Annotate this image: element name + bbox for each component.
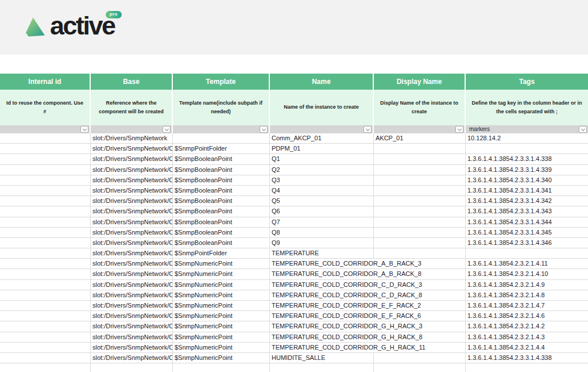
- cell-base[interactable]: slot:/Drivers/SnmpNetwork/C: [91, 259, 173, 269]
- cell-internal-id[interactable]: [0, 311, 91, 321]
- cell-display-name[interactable]: [374, 353, 466, 363]
- cell-tags[interactable]: 1.3.6.1.4.1.3854.2.3.2.1.4.11: [466, 259, 588, 269]
- filter-dropdown-button-tags[interactable]: [579, 126, 587, 133]
- cell-name[interactable]: Q3: [270, 175, 374, 185]
- cell-name[interactable]: TEMPERATURE_COLD_CORRIDOR_E_F_RACK_6: [270, 311, 466, 321]
- cell-display-name[interactable]: [374, 363, 466, 372]
- filter-dropdown-button-name[interactable]: [363, 126, 372, 133]
- cell-base[interactable]: slot:/Drivers/SnmpNetwork/C: [91, 196, 173, 206]
- column-header-display-name[interactable]: Display Name: [374, 74, 466, 90]
- cell-base[interactable]: slot:/Drivers/SnmpNetwork/C: [91, 332, 173, 342]
- cell-tags[interactable]: 1.3.6.1.4.1.3854.2.3.2.1.4.10: [466, 269, 588, 279]
- cell-base[interactable]: slot:/Drivers/SnmpNetwork/C: [91, 321, 173, 331]
- cell-tags[interactable]: 1.3.6.1.4.1.3854.2.3.3.1.4.343: [466, 206, 588, 216]
- cell-internal-id[interactable]: [0, 217, 91, 227]
- cell-name[interactable]: Q7: [270, 217, 374, 227]
- cell-tags[interactable]: 1.3.6.1.4.1.3854.2.3.2.1.4.7: [466, 301, 588, 310]
- cell-internal-id[interactable]: [0, 196, 91, 206]
- cell-internal-id[interactable]: [0, 175, 91, 185]
- filter-dropdown-button-base[interactable]: [163, 126, 171, 133]
- cell-base[interactable]: slot:/Drivers/SnmpNetwork/C: [91, 175, 173, 185]
- cell-template[interactable]: $SnmpNumericPoint: [173, 332, 270, 342]
- cell-base[interactable]: slot:/Drivers/SnmpNetwork/C: [91, 311, 173, 321]
- cell-tags[interactable]: 1.3.6.1.4.1.3854.2.3.3.1.4.345: [466, 228, 588, 237]
- column-header-template[interactable]: Template: [173, 74, 270, 90]
- cell-base[interactable]: slot:/Drivers/SnmpNetwork/C: [91, 217, 173, 227]
- cell-internal-id[interactable]: [0, 353, 91, 363]
- cell-display-name[interactable]: AKCP_01: [374, 133, 466, 143]
- cell-display-name[interactable]: [374, 217, 466, 227]
- cell-internal-id[interactable]: [0, 343, 91, 352]
- filter-dropdown-button-display-name[interactable]: [455, 126, 463, 133]
- cell-display-name[interactable]: [374, 248, 466, 258]
- cell-internal-id[interactable]: [0, 186, 91, 195]
- cell-name[interactable]: TEMPERATURE_COLD_CORRIDOR_E_F_RACK_2: [270, 301, 466, 310]
- cell-base[interactable]: slot:/Drivers/SnmpNetwork/C: [91, 186, 173, 195]
- cell-base[interactable]: slot:/Drivers/SnmpNetwork/C: [91, 269, 173, 279]
- cell-template[interactable]: $SnmpNumericPoint: [173, 353, 270, 363]
- cell-internal-id[interactable]: [0, 165, 91, 175]
- cell-tags[interactable]: 1.3.6.1.4.1.3854.2.3.2.1.4.6: [466, 311, 588, 321]
- cell-internal-id[interactable]: [0, 228, 91, 237]
- cell-tags[interactable]: 1.3.6.1.4.1.3854.2.3.2.1.4.8: [466, 290, 588, 300]
- cell-template[interactable]: $SnmpNumericPoint: [173, 259, 270, 269]
- cell-name[interactable]: TEMPERATURE_COLD_CORRIDOR_G_H_RACK_8: [270, 332, 466, 342]
- cell-name[interactable]: Q6: [270, 206, 374, 216]
- cell-name[interactable]: Q8: [270, 228, 374, 237]
- cell-base[interactable]: slot:/Drivers/SnmpNetwork/C: [91, 206, 173, 216]
- cell-template[interactable]: $SnmpBooleanPoint: [173, 228, 270, 237]
- cell-name[interactable]: Q9: [270, 238, 374, 248]
- cell-name[interactable]: TEMPERATURE: [270, 248, 374, 258]
- cell-tags[interactable]: [466, 363, 588, 372]
- cell-tags[interactable]: 1.3.6.1.4.1.3854.2.3.3.1.4.338: [466, 353, 588, 363]
- cell-name[interactable]: Q4: [270, 186, 374, 195]
- cell-tags[interactable]: 1.3.6.1.4.1.3854.2.3.2.1.4.3: [466, 332, 588, 342]
- cell-template[interactable]: $SnmpNumericPoint: [173, 321, 270, 331]
- cell-tags[interactable]: [466, 248, 588, 258]
- cell-template[interactable]: $SnmpBooleanPoint: [173, 154, 270, 164]
- cell-display-name[interactable]: [374, 196, 466, 206]
- cell-display-name[interactable]: [374, 144, 466, 154]
- cell-name[interactable]: Comm_AKCP_01: [270, 133, 374, 143]
- cell-tags[interactable]: 1.3.6.1.4.1.3854.2.3.3.1.4.340: [466, 175, 588, 185]
- cell-internal-id[interactable]: [0, 332, 91, 342]
- cell-name[interactable]: TEMPERATURE_COLD_CORRIDOR_C_D_RACK_3: [270, 280, 466, 290]
- cell-internal-id[interactable]: [0, 238, 91, 248]
- cell-template[interactable]: $SnmpBooleanPoint: [173, 238, 270, 248]
- cell-tags[interactable]: 10.128.14.2: [466, 133, 588, 143]
- cell-internal-id[interactable]: [0, 363, 91, 372]
- cell-base[interactable]: slot:/Drivers/SnmpNetwork/C: [91, 301, 173, 310]
- cell-tags[interactable]: [466, 144, 588, 154]
- column-header-tags[interactable]: Tags: [466, 74, 588, 90]
- cell-internal-id[interactable]: [0, 321, 91, 331]
- cell-base[interactable]: slot:/Drivers/SnmpNetwork/C: [91, 353, 173, 363]
- cell-template[interactable]: $SnmpNumericPoint: [173, 269, 270, 279]
- cell-display-name[interactable]: [374, 228, 466, 237]
- cell-name[interactable]: TEMPERATURE_COLD_CORRIDOR_G_H_RACK_11: [270, 343, 466, 352]
- cell-base[interactable]: slot:/Drivers/SnmpNetwork/C: [91, 144, 173, 154]
- filter-dropdown-button-internal-id[interactable]: [80, 126, 88, 133]
- cell-name[interactable]: Q2: [270, 165, 374, 175]
- cell-internal-id[interactable]: [0, 280, 91, 290]
- cell-name[interactable]: HUMIDITE_SALLE: [270, 353, 374, 363]
- cell-tags[interactable]: 1.3.6.1.4.1.3854.2.3.3.1.4.342: [466, 196, 588, 206]
- cell-internal-id[interactable]: [0, 259, 91, 269]
- cell-tags[interactable]: 1.3.6.1.4.1.3854.2.3.3.1.4.339: [466, 165, 588, 175]
- cell-base[interactable]: slot:/Drivers/SnmpNetwork/C: [91, 290, 173, 300]
- cell-template[interactable]: $SnmpBooleanPoint: [173, 196, 270, 206]
- cell-name[interactable]: [270, 363, 374, 372]
- cell-base[interactable]: slot:/Drivers/SnmpNetwork/C: [91, 343, 173, 352]
- cell-base[interactable]: slot:/Drivers/SnmpNetwork/C: [91, 165, 173, 175]
- cell-tags[interactable]: 1.3.6.1.4.1.3854.2.3.2.1.4.9: [466, 280, 588, 290]
- cell-template[interactable]: $SnmpBooleanPoint: [173, 186, 270, 195]
- cell-template[interactable]: $SnmpNumericPoint: [173, 280, 270, 290]
- cell-base[interactable]: slot:/Drivers/SnmpNetwork/C: [91, 154, 173, 164]
- cell-internal-id[interactable]: [0, 301, 91, 310]
- cell-name[interactable]: Q5: [270, 196, 374, 206]
- cell-template[interactable]: $SnmpNumericPoint: [173, 290, 270, 300]
- cell-base[interactable]: [91, 363, 173, 372]
- cell-display-name[interactable]: [374, 175, 466, 185]
- cell-tags[interactable]: 1.3.6.1.4.1.3854.2.3.3.1.4.346: [466, 238, 588, 248]
- cell-template[interactable]: [173, 133, 270, 143]
- cell-tags[interactable]: 1.3.6.1.4.1.3854.2.3.2.1.4.4: [466, 343, 588, 352]
